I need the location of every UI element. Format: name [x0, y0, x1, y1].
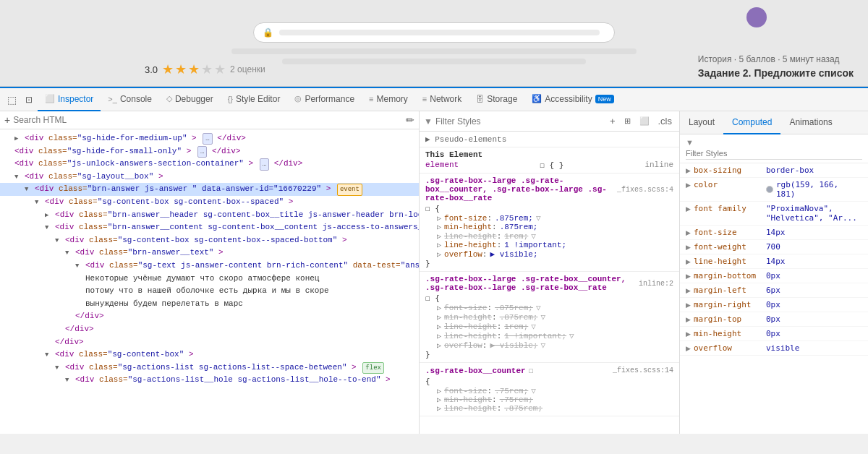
html-line[interactable]: ▼ <div class="sg-layout__box" >	[0, 171, 419, 184]
expand-prop[interactable]: ▷	[437, 304, 441, 312]
css-filter-bar: ▼ + ⊞ ⬜ .cls	[420, 111, 679, 132]
tab-memory[interactable]: ≡ Memory	[362, 88, 415, 111]
tab-computed[interactable]: Computed	[723, 111, 780, 134]
computed-prop-overflow: ▶ overflow visible	[680, 341, 868, 356]
expand-arrow[interactable]: ▶	[686, 181, 691, 189]
expand-arrow[interactable]: ▶	[686, 287, 691, 294]
expand-arrow[interactable]: ▶	[686, 229, 691, 236]
html-line[interactable]: ▼ <div class="sg-text js-answer-content …	[0, 260, 419, 273]
rating-count: 2 оценки	[230, 64, 265, 74]
html-line[interactable]: ▼ <div class="sg-content-box sg-content-…	[0, 196, 419, 209]
pick-element-icon[interactable]: ✏	[406, 114, 414, 126]
css-rule-1: .sg-rate-box--large .sg-rate-box__counte…	[420, 174, 679, 272]
tab-layout[interactable]: Layout	[680, 111, 723, 134]
element-source: inline	[644, 160, 673, 170]
expand-prop[interactable]: ▷	[437, 341, 441, 350]
expand-prop[interactable]: ▷	[437, 241, 441, 249]
css-rule-2: .sg-rate-box--large .sg-rate-box__counte…	[420, 272, 679, 363]
css-source: _fixes.scss:14	[613, 367, 673, 374]
html-line[interactable]: </div>	[0, 323, 419, 336]
ellipsis-badge[interactable]: …	[203, 133, 212, 145]
cls-button[interactable]: .cls	[655, 114, 676, 128]
html-line[interactable]: </div>	[0, 310, 419, 323]
star-1: ★	[162, 61, 174, 77]
prop-warning-icon: ▽	[536, 303, 541, 312]
computed-prop-font-family: ▶ font family "ProximaNova", "Helvetica"…	[680, 202, 868, 226]
html-line[interactable]: ▼ <div class="sg-actions-list sg-actions…	[0, 361, 419, 374]
prop-warning-icon: ▽	[569, 331, 574, 340]
html-line[interactable]: ▶ <div class="brn-answer__header sg-cont…	[0, 209, 419, 222]
expand-arrow[interactable]: ▶	[686, 345, 691, 352]
tab-storage[interactable]: 🗄 Storage	[469, 88, 524, 111]
add-element-icon[interactable]: +	[4, 114, 10, 126]
screenshot-button[interactable]: ⊞	[621, 115, 634, 127]
expand-prop[interactable]: ▷	[437, 395, 441, 404]
tab-accessibility[interactable]: ♿ Accessibility New	[524, 88, 621, 111]
html-line[interactable]: ▶ <div class="sg-hide-for-medium-up" > ……	[0, 132, 419, 145]
html-line[interactable]: <div class="js-unlock-answers-section-co…	[0, 158, 419, 171]
ellipsis-badge[interactable]: …	[260, 158, 269, 170]
html-line[interactable]: </div>	[0, 336, 419, 349]
filter-icon: ▼	[424, 116, 433, 127]
expand-arrow[interactable]: ▶	[686, 316, 691, 323]
expand-prop[interactable]: ▷	[437, 232, 441, 241]
html-line[interactable]: ▼ <div class="sg-content-box sg-content-…	[0, 234, 419, 247]
expand-arrow[interactable]: ▶	[686, 205, 691, 213]
expand-arrow[interactable]: ▶	[686, 301, 691, 309]
pseudo-elements-label: ▶ Pseudo-elements	[425, 135, 506, 144]
html-line[interactable]: ▼ <div class="brn-answer__text" >	[0, 247, 419, 260]
expand-prop[interactable]: ▷	[437, 313, 441, 322]
tab-debugger[interactable]: ◇ Debugger	[159, 88, 221, 111]
inspect-element-button[interactable]: ⬚	[3, 91, 20, 108]
html-line[interactable]: ▼ <div class="brn-answer__content sg-con…	[0, 221, 419, 234]
element-inline: element ☐ { } inline	[425, 160, 673, 170]
star-4: ★	[201, 61, 213, 77]
tab-animations[interactable]: Animations	[780, 111, 841, 134]
tab-console[interactable]: >_ Console	[101, 88, 159, 111]
expand-prop[interactable]: ▷	[437, 250, 441, 259]
flex-badge[interactable]: flex	[362, 362, 384, 374]
layout-button[interactable]: ⬜	[637, 115, 652, 127]
color-swatch[interactable]	[766, 186, 773, 193]
computed-content: ▼ ▶ box-sizing border-box ▶ color	[680, 134, 868, 434]
prop-warning-icon: ▽	[540, 312, 545, 322]
expand-prop[interactable]: ▷	[437, 223, 441, 231]
history-panel: История · 5 баллов · 5 минут назад Задан…	[698, 54, 854, 79]
add-rule-button[interactable]: +	[607, 114, 618, 128]
expand-prop[interactable]: ▷	[437, 322, 441, 331]
search-html-input[interactable]	[13, 115, 403, 125]
css-prop-line: ▷ line-height : 1rem; ▽	[425, 231, 673, 241]
expand-prop[interactable]: ▷	[437, 214, 441, 223]
expand-prop[interactable]: ▷	[437, 332, 441, 340]
expand-arrow[interactable]: ▶	[686, 258, 691, 265]
history-meta: История · 5 баллов · 5 минут назад	[698, 54, 854, 64]
responsive-design-button[interactable]: ⊡	[20, 91, 38, 108]
stars: ★ ★ ★ ★ ★	[162, 61, 226, 77]
expand-arrow[interactable]: ▶	[686, 330, 691, 338]
expand-prop[interactable]: ▷	[437, 404, 441, 413]
expand-prop[interactable]: ▷	[437, 387, 441, 395]
html-line[interactable]: ▼ <div class="sg-actions-list__hole sg-a…	[0, 374, 419, 387]
tab-style-editor[interactable]: {} Style Editor	[221, 88, 288, 111]
html-line-selected[interactable]: ▼ <div class="brn-answer js-answer " dat…	[0, 183, 419, 196]
expand-arrow[interactable]: ▶	[686, 244, 691, 251]
html-line[interactable]: ▼ <div class="sg-content-box" >	[0, 348, 419, 361]
css-content: ▶ Pseudo-elements This Element element ☐…	[420, 132, 679, 434]
url-bar[interactable]: 🔒	[253, 22, 615, 43]
html-line[interactable]: <div class="sg-hide-for-small-only" > … …	[0, 145, 419, 158]
html-content: ▶ <div class="sg-hide-for-medium-up" > ……	[0, 129, 419, 434]
event-badge[interactable]: event	[337, 184, 362, 195]
css-rule-3: .sg-rate-box__counter ☐ _fixes.scss:14 {…	[420, 363, 679, 416]
computed-panel: Layout Computed Animations ▼ ▶ box-sizin…	[680, 111, 868, 434]
expand-arrow[interactable]: ▶	[686, 273, 691, 280]
tab-performance[interactable]: ◎ Performance	[287, 88, 362, 111]
expand-arrow[interactable]: ▶	[686, 167, 691, 174]
tab-network[interactable]: ≡ Network	[415, 88, 469, 111]
computed-prop-min-height: ▶ min-height 0px	[680, 327, 868, 341]
tab-inspector[interactable]: ⬜ Inspector	[38, 88, 101, 111]
pseudo-elements-section[interactable]: ▶ Pseudo-elements	[420, 132, 679, 147]
ellipsis-badge[interactable]: …	[197, 146, 207, 158]
filter-styles-input[interactable]	[435, 116, 604, 127]
computed-filter-input[interactable]	[686, 147, 862, 160]
rule-checkbox[interactable]: ☐	[529, 366, 534, 375]
